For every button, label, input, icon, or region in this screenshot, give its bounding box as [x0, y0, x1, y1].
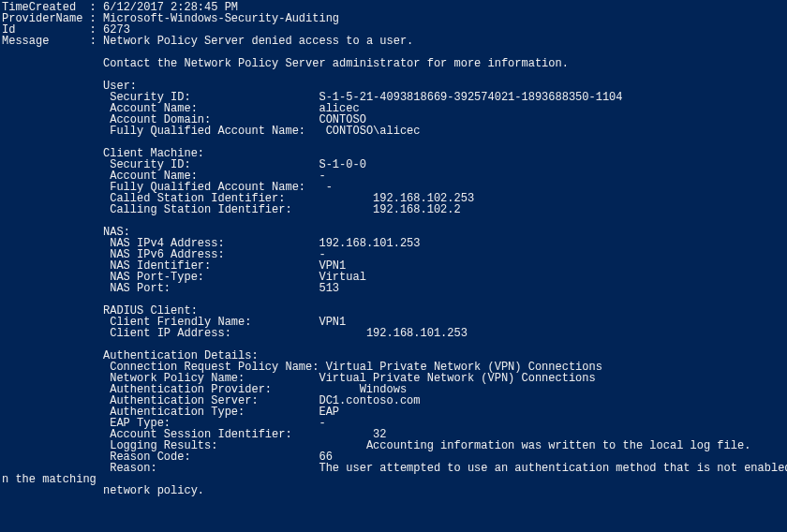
client-sid-value: S-1-0-0	[319, 158, 365, 171]
logging-value: Accounting information was written to th…	[366, 439, 750, 452]
radius-ip-label: Client IP Address:	[110, 327, 231, 340]
nas-port-label: NAS Port:	[110, 282, 171, 295]
message-label: Message	[2, 35, 49, 48]
contact-line: Contact the Network Policy Server admini…	[103, 57, 569, 70]
reason-value: The user attempted to use an authenticat…	[319, 462, 787, 475]
provider-name-value: Microsoft-Windows-Security-Auditing	[103, 12, 339, 25]
nas-port-value: 513	[319, 282, 339, 295]
user-fqan-value: CONTOSO\alicec	[326, 125, 421, 138]
user-sid-value: S-1-5-21-4093818669-392574021-1893688350…	[319, 91, 622, 104]
reason-label: Reason:	[110, 462, 156, 475]
powershell-output: TimeCreated : 6/12/2017 2:28:45 PM Provi…	[0, 0, 787, 521]
reason-cont2: network policy.	[103, 484, 204, 497]
nas-ipv4-value: 192.168.101.253	[319, 237, 420, 250]
calling-station-label: Calling Station Identifier:	[110, 203, 291, 216]
calling-station-value: 192.168.102.2	[373, 203, 461, 216]
user-fqan-label: Fully Qualified Account Name:	[110, 125, 305, 138]
radius-ip-value: 192.168.101.253	[366, 327, 468, 340]
message-value: Network Policy Server denied access to a…	[103, 35, 413, 48]
